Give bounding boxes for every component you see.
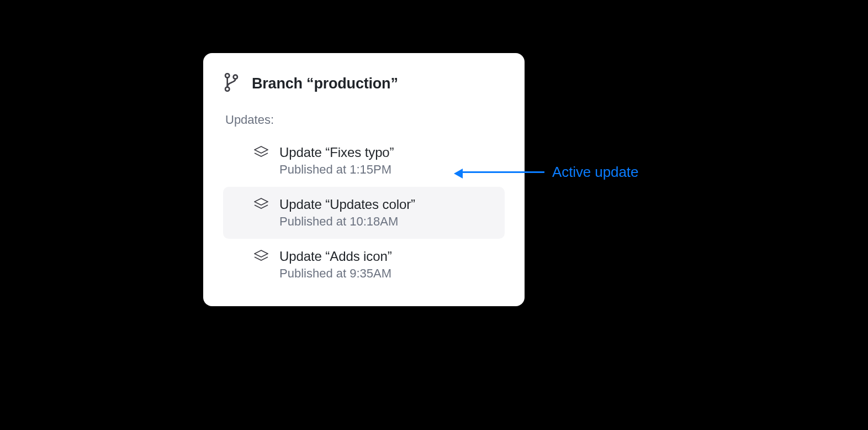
updates-list: Update “Fixes typo” Published at 1:15PM … <box>223 135 505 291</box>
layers-icon <box>254 198 268 212</box>
update-item[interactable]: Update “Adds icon” Published at 9:35AM <box>223 239 505 291</box>
card-title: Branch “production” <box>252 75 398 92</box>
update-text: Update “Fixes typo” Published at 1:15PM <box>279 145 394 177</box>
update-subtitle: Published at 10:18AM <box>279 214 415 229</box>
updates-label: Updates: <box>225 113 505 127</box>
card-header: Branch “production” <box>223 73 505 94</box>
update-title: Update “Adds icon” <box>279 249 392 264</box>
active-update-annotation: Active update <box>462 164 638 181</box>
arrow-icon <box>462 171 544 173</box>
update-item[interactable]: Update “Updates color” Published at 10:1… <box>223 187 505 239</box>
update-title: Update “Fixes typo” <box>279 145 394 160</box>
git-branch-icon <box>223 73 240 94</box>
update-text: Update “Updates color” Published at 10:1… <box>279 197 415 229</box>
update-title: Update “Updates color” <box>279 197 415 212</box>
update-text: Update “Adds icon” Published at 9:35AM <box>279 249 392 281</box>
annotation-label: Active update <box>552 164 638 181</box>
update-subtitle: Published at 1:15PM <box>279 162 394 177</box>
layers-icon <box>254 250 268 264</box>
layers-icon <box>254 146 268 160</box>
update-subtitle: Published at 9:35AM <box>279 266 392 281</box>
